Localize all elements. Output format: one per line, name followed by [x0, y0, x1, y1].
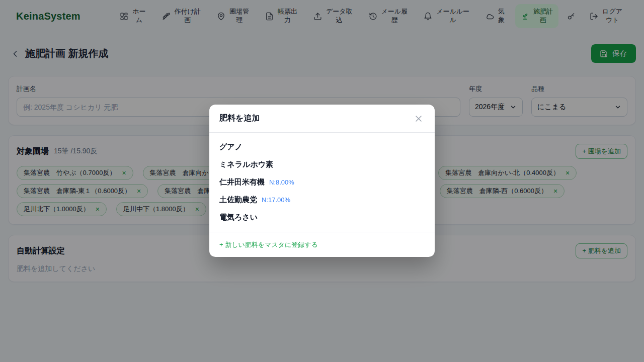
- fertilizer-list-item[interactable]: 仁井田米有機 N:8.00%: [209, 173, 435, 191]
- fertilizer-list-item[interactable]: 電気ろさい: [209, 209, 435, 226]
- modal-footer: + 新しい肥料をマスタに登録する: [209, 232, 435, 257]
- modal-title: 肥料を追加: [219, 113, 260, 124]
- fertilizer-list-item[interactable]: ミネラルホウ素: [209, 156, 435, 173]
- fertilizer-nitrogen: N:17.00%: [262, 196, 290, 204]
- fertilizer-name: 土佐勤農党: [219, 195, 257, 205]
- fertilizer-list-item[interactable]: グアノ: [209, 138, 435, 156]
- fertilizer-nitrogen: N:8.00%: [269, 178, 294, 186]
- fertilizer-list-item[interactable]: 土佐勤農党 N:17.00%: [209, 191, 435, 209]
- fertilizer-name: 電気ろさい: [219, 213, 258, 222]
- add-fertilizer-modal: 肥料を追加 グアノ ミネラルホウ素 仁井田米有機 N:8.00% 土佐勤農党 N…: [209, 105, 435, 257]
- modal-header: 肥料を追加: [209, 105, 435, 133]
- fertilizer-name: 仁井田米有機: [219, 177, 265, 187]
- register-new-fertilizer-link[interactable]: + 新しい肥料をマスタに登録する: [219, 241, 318, 248]
- fertilizer-name: ミネラルホウ素: [219, 160, 273, 169]
- close-icon[interactable]: [414, 114, 424, 124]
- fertilizer-name: グアノ: [219, 142, 243, 152]
- fertilizer-list: グアノ ミネラルホウ素 仁井田米有機 N:8.00% 土佐勤農党 N:17.00…: [209, 133, 435, 232]
